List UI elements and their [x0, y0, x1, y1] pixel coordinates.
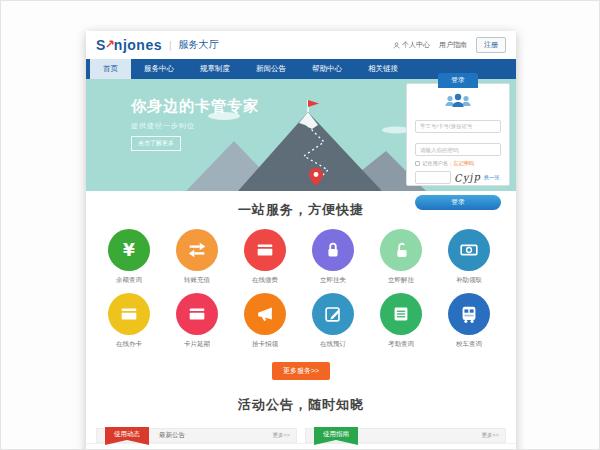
hero-copy: 你身边的卡管专家 提供捷径一步到位 点击了解更多	[131, 97, 259, 151]
services-section: 一站服务，方便快捷 ¥ 余额查询 转账充值 在线缴费 立即挂失	[86, 191, 516, 396]
card-icon	[186, 303, 208, 325]
logo-text-njones: njones	[114, 37, 162, 53]
bank-card-icon	[254, 239, 276, 261]
more-link[interactable]: 更多>>	[482, 432, 499, 439]
personal-center-link[interactable]: 个人中心	[393, 40, 430, 50]
service-cancel-loss[interactable]: 立即解挂	[367, 229, 435, 285]
hero-title: 你身边的卡管专家	[131, 97, 259, 116]
captcha-row: Cyjp 换一张	[415, 171, 501, 184]
nav-item-home[interactable]: 首页	[90, 59, 131, 79]
login-submit-button[interactable]: 登录	[415, 195, 501, 210]
forgot-password-link[interactable]: 忘记密码	[453, 160, 474, 167]
more-services-button[interactable]: 更多服务>>	[272, 362, 330, 380]
service-attendance-inquiry[interactable]: 考勤查询	[367, 293, 435, 349]
service-label: 校车查询	[435, 340, 503, 349]
header-right: 个人中心 用户指南 注册	[393, 37, 506, 53]
unlock-icon	[390, 239, 412, 261]
hero-subtitle: 提供捷径一步到位	[131, 121, 259, 131]
personal-center-label: 个人中心	[402, 40, 430, 50]
service-label: 在线缴费	[231, 276, 299, 285]
logo[interactable]: S njones | 服务大厅	[96, 37, 219, 53]
service-label: 立即挂失	[299, 276, 367, 285]
remember-checkbox[interactable]	[415, 161, 420, 166]
service-card-extension[interactable]: 卡片延期	[163, 293, 231, 349]
service-balance-inquiry[interactable]: ¥ 余额查询	[95, 229, 163, 285]
announcements-section: 活动公告，随时知晓 使用动态 最新公告 更多>> 使用指南 更多>>	[86, 396, 516, 450]
nav-item-rules[interactable]: 规章制度	[187, 59, 243, 79]
service-label: 在线预订	[299, 340, 367, 349]
panel-bar: 使用指南 更多>>	[305, 428, 506, 443]
yen-icon: ¥	[123, 240, 135, 260]
captcha-image[interactable]: Cyjp	[454, 171, 482, 184]
panel-usage-guide: 使用指南 更多>>	[305, 428, 506, 443]
password-input[interactable]	[415, 143, 501, 156]
user-guide-link[interactable]: 用户指南	[439, 40, 467, 50]
nav-item-news[interactable]: 新闻公告	[243, 59, 299, 79]
register-button[interactable]: 注册	[476, 37, 506, 53]
service-online-payment[interactable]: 在线缴费	[231, 229, 299, 285]
top-header: S njones | 服务大厅 个人中心 用户指南 注册	[86, 31, 516, 59]
lock-icon	[322, 239, 344, 261]
service-subsidy-collect[interactable]: 补助领取	[435, 229, 503, 285]
service-school-bus-inquiry[interactable]: 校车查询	[435, 293, 503, 349]
panel-usage-news: 使用动态 最新公告 更多>>	[96, 428, 297, 443]
edit-icon	[322, 303, 344, 325]
usage-guide-ribbon-tab[interactable]: 使用指南	[314, 427, 358, 445]
list-icon	[390, 303, 412, 325]
logo-tagline: 服务大厅	[179, 38, 219, 52]
announcement-panels: 使用动态 最新公告 更多>> 使用指南 更多>>	[86, 428, 516, 443]
banknote-icon	[458, 239, 480, 261]
logo-arrow-icon	[106, 39, 115, 48]
service-online-booking[interactable]: 在线预订	[299, 293, 367, 349]
nav-item-help-center[interactable]: 帮助中心	[299, 59, 355, 79]
transfer-arrows-icon	[186, 239, 208, 261]
captcha-refresh-link[interactable]: 换一张	[484, 174, 500, 181]
latest-announcements-tab[interactable]: 最新公告	[159, 431, 185, 440]
login-options: 记住用户名 | 忘记密码	[415, 160, 501, 167]
login-panel: 登录 记住用户名 | 忘记密码	[406, 83, 510, 186]
card-icon	[118, 303, 140, 325]
logo-text-s: S	[96, 37, 106, 53]
bus-icon	[458, 303, 480, 325]
user-guide-label: 用户指南	[439, 40, 467, 50]
nav-item-service-center[interactable]: 服务中心	[131, 59, 187, 79]
hero-banner: 你身边的卡管专家 提供捷径一步到位 点击了解更多 登录	[86, 79, 516, 191]
site-page: S njones | 服务大厅 个人中心 用户指南 注册 首页 服务中心	[86, 31, 516, 450]
service-lost-found[interactable]: 拾卡招领	[231, 293, 299, 349]
screenshot-canvas: S njones | 服务大厅 个人中心 用户指南 注册 首页 服务中心	[0, 0, 600, 450]
captcha-input[interactable]	[415, 171, 451, 184]
service-label: 在线办卡	[95, 340, 163, 349]
hero-more-button[interactable]: 点击了解更多	[131, 136, 181, 151]
login-tab[interactable]: 登录	[438, 73, 478, 88]
service-transfer-recharge[interactable]: 转账充值	[163, 229, 231, 285]
remember-label: 记住用户名	[422, 160, 448, 167]
username-input[interactable]	[415, 120, 501, 133]
announcements-title: 活动公告，随时知晓	[86, 396, 516, 414]
service-online-card-apply[interactable]: 在线办卡	[95, 293, 163, 349]
nav-item-links[interactable]: 相关链接	[355, 59, 411, 79]
service-label: 考勤查询	[367, 340, 435, 349]
service-label: 立即解挂	[367, 276, 435, 285]
users-icon	[415, 92, 501, 109]
usage-news-ribbon-tab[interactable]: 使用动态	[105, 427, 149, 445]
service-label: 转账充值	[163, 276, 231, 285]
panel-bar: 使用动态 最新公告 更多>>	[96, 428, 297, 443]
service-label: 余额查询	[95, 276, 163, 285]
person-icon	[393, 42, 400, 49]
service-label: 拾卡招领	[231, 340, 299, 349]
services-grid: ¥ 余额查询 转账充值 在线缴费 立即挂失 立即解挂	[95, 229, 507, 357]
service-label: 卡片延期	[163, 340, 231, 349]
more-link[interactable]: 更多>>	[273, 432, 290, 439]
logo-divider: |	[169, 40, 172, 51]
service-label: 补助领取	[435, 276, 503, 285]
service-report-loss[interactable]: 立即挂失	[299, 229, 367, 285]
megaphone-icon	[254, 303, 276, 325]
page-cutoff	[86, 443, 516, 450]
options-separator: |	[450, 161, 451, 167]
